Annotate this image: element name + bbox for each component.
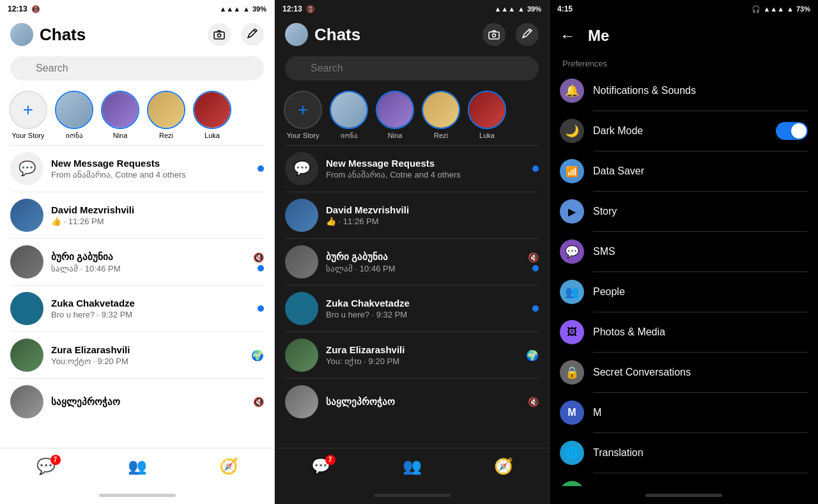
chat-content-msgreq-light: New Message Requests From ანამარია, Cotn… xyxy=(51,158,250,179)
home-bar-dark xyxy=(374,494,451,497)
search-bar-dark: 🔍 xyxy=(275,51,549,86)
camera-button-dark[interactable] xyxy=(482,23,505,46)
add-story-light[interactable]: + Your Story xyxy=(8,91,49,140)
nav-people-dark[interactable]: 👥 xyxy=(403,457,422,475)
chat-avatar-zuka-light xyxy=(10,292,43,325)
add-story-dark[interactable]: + Your Story xyxy=(282,91,323,140)
compose-button-dark[interactable] xyxy=(516,23,539,46)
nav-people-light[interactable]: 👥 xyxy=(128,457,147,475)
profile-avatar-light[interactable] xyxy=(10,23,33,46)
profile-avatar-dark[interactable] xyxy=(285,23,308,46)
chat-item-sayle-dark[interactable]: საყლეპროჭაო 🔇 xyxy=(275,379,549,425)
darkmode-toggle-knob xyxy=(791,123,806,139)
chat-item-zura-dark[interactable]: Zura Elizarashvili You: οქτо · 9:20 PM 🌍 xyxy=(275,332,549,378)
settings-item-photos[interactable]: 🖼 Photos & Media xyxy=(550,312,818,352)
header-icons-light xyxy=(208,23,264,46)
chat-name-zuka-dark: Zuka Chakvetadze xyxy=(326,298,525,309)
chat-content-david-light: David Mezvrishvili 👍 · 11:26 PM xyxy=(51,204,264,226)
add-story-btn-dark[interactable]: + xyxy=(284,91,322,129)
nav-discover-light[interactable]: 🧭 xyxy=(219,457,238,475)
status-icons-settings: 🎧 ▲▲▲ ▲ 73% xyxy=(752,5,810,13)
settings-item-notifications[interactable]: 🔔 Notifications & Sounds xyxy=(550,71,818,111)
settings-item-wallet[interactable]: 💳 Digital Wallet xyxy=(550,473,818,486)
light-panel: 12:13 📵 ▲▲▲ ▲ 39% Chats 🔍 + You xyxy=(0,0,275,504)
search-input-dark[interactable] xyxy=(285,56,539,80)
story-iona-dark[interactable]: იონა xyxy=(328,91,369,140)
notifications-label: Notifications & Sounds xyxy=(593,85,808,96)
home-indicator-dark xyxy=(275,486,549,504)
chat-item-zhura-dark[interactable]: ბური გაბუნია სალამ · 10:46 PM 🔇 xyxy=(275,239,549,285)
status-bar-settings: 4:15 🎧 ▲▲▲ ▲ 73% xyxy=(550,0,818,18)
story-luka-light[interactable]: Luka xyxy=(192,91,233,140)
discover-icon-dark: 🧭 xyxy=(494,457,513,475)
chat-avatar-david-light xyxy=(10,199,43,232)
chat-avatar-zuka-dark xyxy=(285,292,318,325)
compose-button-light[interactable] xyxy=(241,23,264,46)
chat-item-david-light[interactable]: David Mezvrishvili 👍 · 11:26 PM xyxy=(0,192,274,238)
story-nina-dark[interactable]: Nina xyxy=(374,91,415,140)
settings-item-story[interactable]: ▶ Story xyxy=(550,192,818,231)
settings-item-m[interactable]: M M xyxy=(550,393,818,432)
story-name-luka-light: Luka xyxy=(204,132,220,139)
settings-section-label: Preferences xyxy=(550,54,818,71)
story-name-rezi-dark: Rezi xyxy=(434,132,448,139)
muted-icon-zhura-light: 🔇 xyxy=(253,252,264,263)
camera-button-light[interactable] xyxy=(208,23,231,46)
home-indicator-light xyxy=(0,486,274,504)
chat-item-zhura-light[interactable]: ბური გაბუნია სალამ · 10:46 PM 🔇 xyxy=(0,239,274,285)
chat-preview-zura-light: You:ოქტო · 9:20 PM xyxy=(51,356,243,366)
story-rezi-light[interactable]: Rezi xyxy=(146,91,187,140)
people-label: People xyxy=(593,286,808,298)
chat-meta-zuka-dark xyxy=(532,305,539,312)
chat-meta-zura-dark: 🌍 xyxy=(526,349,539,362)
nav-chats-dark[interactable]: 💬 7 xyxy=(311,457,330,475)
chat-name-zhura-light: ბური გაბუნია xyxy=(51,251,245,263)
settings-item-datasaver[interactable]: 📶 Data Saver xyxy=(550,151,818,191)
header-light: Chats xyxy=(0,18,274,51)
dark-panel: 12:13 📵 ▲▲▲ ▲ 39% Chats 🔍 + You xyxy=(275,0,550,504)
discover-icon-light: 🧭 xyxy=(219,457,238,475)
settings-item-people[interactable]: 👥 People xyxy=(550,272,818,312)
secret-label: Secret Conversations xyxy=(593,367,808,378)
chat-item-zuka-light[interactable]: Zuka Chakvetadze Bro u here? · 9:32 PM xyxy=(0,286,274,332)
sms-icon: 💬 xyxy=(560,240,584,264)
settings-item-translation[interactable]: 🌐 Translation xyxy=(550,433,818,473)
home-bar-settings xyxy=(645,494,722,497)
chat-content-zhura-dark: ბური გაბუნია სალამ · 10:46 PM xyxy=(326,251,520,273)
story-nina-light[interactable]: Nina xyxy=(100,91,141,140)
story-iona-light[interactable]: იონა xyxy=(54,91,95,140)
story-luka-dark[interactable]: Luka xyxy=(467,91,507,140)
battery-text-light: 39% xyxy=(252,5,266,13)
wifi-icon-settings: ▲ xyxy=(787,5,794,13)
settings-header: ← Me xyxy=(550,18,818,54)
chat-content-sayle-dark: საყლეპროჭაო xyxy=(326,396,520,408)
chat-content-zura-dark: Zura Elizarashvili You: οქτо · 9:20 PM xyxy=(326,344,518,366)
header-title-dark: Chats xyxy=(314,25,482,45)
chat-item-zuka-dark[interactable]: Zuka Chakvetadze Bro u here? · 9:32 PM xyxy=(275,286,549,332)
chat-name-david-dark: David Mezvrishvili xyxy=(326,204,539,215)
chat-item-zura-light[interactable]: Zura Elizarashvili You:ოქტო · 9:20 PM 🌍 xyxy=(0,332,274,378)
nav-chats-light[interactable]: 💬 7 xyxy=(36,457,56,475)
nav-discover-dark[interactable]: 🧭 xyxy=(494,457,513,475)
add-story-btn-light[interactable]: + xyxy=(9,91,47,129)
settings-item-sms[interactable]: 💬 SMS xyxy=(550,232,818,271)
settings-item-darkmode[interactable]: 🌙 Dark Mode xyxy=(550,111,818,151)
search-input-light[interactable] xyxy=(10,56,264,80)
chat-name-zhura-dark: ბური გაბუნია xyxy=(326,251,520,263)
chat-item-sayle-light[interactable]: საყლეპროჭაო 🔇 xyxy=(0,379,274,425)
translation-icon: 🌐 xyxy=(560,441,584,465)
nav-badge-light: 7 xyxy=(50,455,61,465)
settings-item-secret[interactable]: 🔒 Secret Conversations xyxy=(550,353,818,392)
story-label: Story xyxy=(593,206,808,217)
story-img-nina-dark xyxy=(377,92,413,128)
darkmode-icon: 🌙 xyxy=(560,119,584,143)
chat-content-zuka-light: Zuka Chakvetadze Bro u here? · 9:32 PM xyxy=(51,298,250,319)
chat-item-david-dark[interactable]: David Mezvrishvili 👍 · 11:26 PM xyxy=(275,192,549,238)
chat-meta-sayle-dark: 🔇 xyxy=(528,397,539,407)
chat-avatar-msgreq-dark: 💬 xyxy=(285,152,318,185)
chat-item-msgreq-dark[interactable]: 💬 New Message Requests From ანამარია, Co… xyxy=(275,146,549,192)
story-rezi-dark[interactable]: Rezi xyxy=(421,91,461,140)
back-button-settings[interactable]: ← xyxy=(560,27,575,45)
darkmode-toggle[interactable] xyxy=(776,122,808,140)
chat-item-msgreq-light[interactable]: 💬 New Message Requests From ანამარია, Co… xyxy=(0,146,274,192)
